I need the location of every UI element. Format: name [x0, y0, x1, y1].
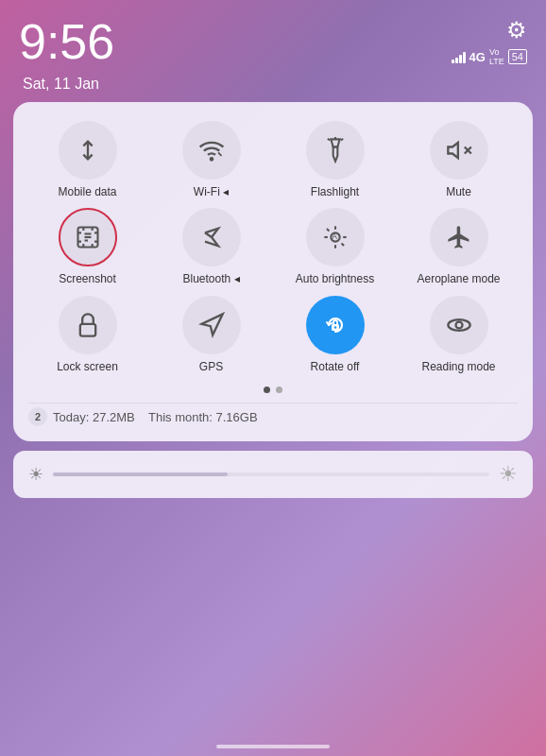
signal-icon: [452, 50, 466, 63]
quick-item-flashlight[interactable]: Flashlight: [276, 121, 394, 198]
status-icons: 4G VoLTE 54: [452, 47, 527, 66]
brightness-bar[interactable]: ☀ ☀: [13, 451, 533, 498]
svg-line-4: [340, 139, 342, 141]
reading-mode-icon-circle: [430, 296, 488, 354]
quick-item-mobile-data[interactable]: Mobile data: [28, 121, 146, 198]
quick-item-screenshot[interactable]: Screenshot: [28, 208, 146, 285]
quick-settings-panel: Mobile data Wi-Fi ◂: [13, 102, 533, 441]
status-right: ⚙ 4G VoLTE 54: [452, 17, 527, 66]
data-usage-bar: 2 Today: 27.2MB This month: 7.16GB: [28, 403, 518, 428]
dot-2: [276, 387, 282, 393]
svg-rect-20: [79, 324, 94, 336]
home-indicator[interactable]: [216, 745, 330, 748]
quick-item-reading-mode[interactable]: Reading mode: [400, 296, 518, 373]
dot-1: [264, 387, 270, 393]
bluetooth-label: Bluetooth ◂: [182, 272, 239, 285]
lock-screen-label: Lock screen: [57, 360, 118, 373]
auto-brightness-label: Auto brightness: [296, 272, 374, 285]
lock-screen-icon-circle: [59, 296, 117, 354]
mute-icon-circle: [430, 121, 488, 180]
mobile-data-icon-circle: [59, 121, 117, 180]
data-today: Today: 27.2MB This month: 7.16GB: [53, 410, 258, 424]
date-display: Sat, 11 Jan: [19, 76, 546, 93]
brightness-high-icon: ☀: [499, 462, 518, 487]
svg-point-25: [455, 321, 462, 328]
rotate-off-icon-circle: [306, 296, 365, 354]
svg-text:A: A: [332, 233, 337, 242]
svg-line-11: [205, 233, 212, 238]
today-label: Today:: [53, 410, 89, 424]
bluetooth-icon-circle: [182, 208, 241, 266]
today-value: 27.2MB: [93, 410, 135, 424]
svg-point-1: [210, 158, 212, 160]
brightness-fill: [53, 472, 228, 476]
flashlight-icon-circle: [306, 121, 365, 180]
aeroplane-label: Aeroplane mode: [417, 272, 500, 285]
mobile-data-label: Mobile data: [58, 185, 116, 198]
reading-mode-label: Reading mode: [421, 360, 495, 373]
quick-item-mute[interactable]: Mute: [400, 121, 518, 198]
brightness-low-icon: ☀: [28, 464, 43, 485]
quick-item-rotate-off[interactable]: Rotate off: [276, 296, 394, 373]
month-label: This month:: [148, 410, 213, 424]
quick-item-gps[interactable]: GPS: [152, 296, 270, 373]
svg-marker-21: [201, 314, 222, 335]
mute-label: Mute: [446, 185, 471, 198]
svg-line-15: [326, 229, 328, 231]
data-badge: 2: [28, 407, 47, 426]
svg-line-3: [327, 139, 329, 141]
quick-item-aeroplane[interactable]: Aeroplane mode: [400, 208, 518, 285]
aeroplane-icon-circle: [430, 208, 488, 266]
svg-point-23: [333, 326, 335, 328]
network-type: 4G: [469, 50, 486, 64]
vo-lte: VoLTE: [489, 47, 504, 66]
brightness-track[interactable]: [53, 472, 489, 476]
month-value: 7.16GB: [216, 410, 258, 424]
quick-item-bluetooth[interactable]: Bluetooth ◂: [152, 208, 270, 285]
battery: 54: [508, 49, 527, 64]
wifi-label: Wi-Fi ◂: [194, 185, 229, 198]
quick-item-wifi[interactable]: Wi-Fi ◂: [152, 121, 270, 198]
quick-item-lock-screen[interactable]: Lock screen: [28, 296, 146, 373]
page-indicators: [28, 387, 518, 393]
settings-icon[interactable]: ⚙: [506, 17, 527, 43]
screenshot-label: Screenshot: [59, 272, 116, 285]
gps-icon-circle: [182, 296, 241, 354]
status-bar: 9:56 ⚙ 4G VoLTE 54: [0, 0, 546, 74]
screenshot-icon-circle: [59, 208, 117, 266]
quick-grid: Mobile data Wi-Fi ◂: [28, 121, 518, 373]
rotate-off-label: Rotate off: [311, 360, 360, 373]
clock: 9:56: [19, 17, 114, 66]
quick-item-auto-brightness[interactable]: A Auto brightness: [276, 208, 394, 285]
auto-brightness-icon-circle: A: [306, 208, 365, 266]
svg-line-16: [341, 244, 343, 246]
wifi-icon-circle: [182, 121, 241, 180]
gps-label: GPS: [199, 360, 223, 373]
flashlight-label: Flashlight: [311, 185, 359, 198]
